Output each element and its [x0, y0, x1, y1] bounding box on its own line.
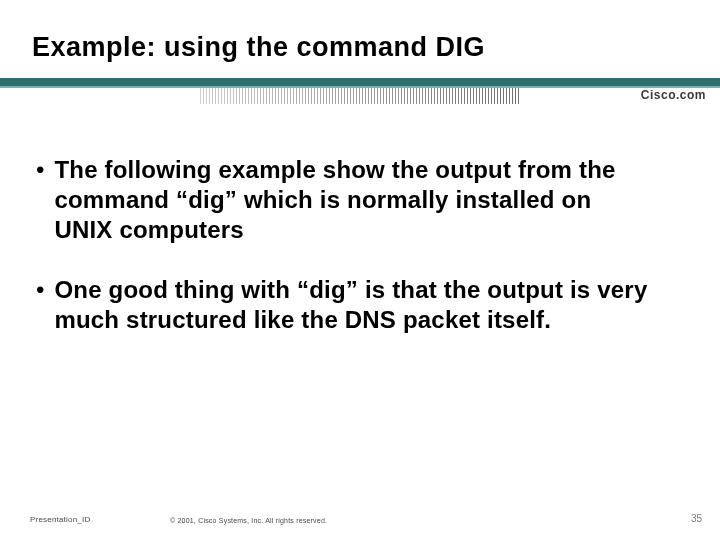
slide: Example: using the command DIG Cisco.com…	[0, 0, 720, 540]
cisco-logo: Cisco.com	[641, 88, 706, 102]
divider-band: Cisco.com	[0, 78, 720, 106]
bullet-dot-icon: •	[36, 275, 44, 305]
bullet-text: One good thing with “dig” is that the ou…	[54, 275, 656, 335]
divider-ticks	[200, 88, 520, 104]
bullet-text: The following example show the output fr…	[54, 155, 656, 245]
presentation-id: Presentation_ID	[30, 515, 90, 524]
divider-bar-dark	[0, 78, 720, 86]
slide-title: Example: using the command DIG	[32, 32, 485, 63]
slide-footer: Presentation_ID © 2001, Cisco Systems, I…	[0, 504, 720, 524]
bullet-dot-icon: •	[36, 155, 44, 185]
slide-body: • The following example show the output …	[36, 155, 656, 365]
copyright: © 2001, Cisco Systems, Inc. All rights r…	[170, 517, 327, 524]
bullet-item: • The following example show the output …	[36, 155, 656, 245]
bullet-item: • One good thing with “dig” is that the …	[36, 275, 656, 335]
cisco-logo-text: Cisco.com	[641, 88, 706, 102]
page-number: 35	[691, 513, 702, 524]
